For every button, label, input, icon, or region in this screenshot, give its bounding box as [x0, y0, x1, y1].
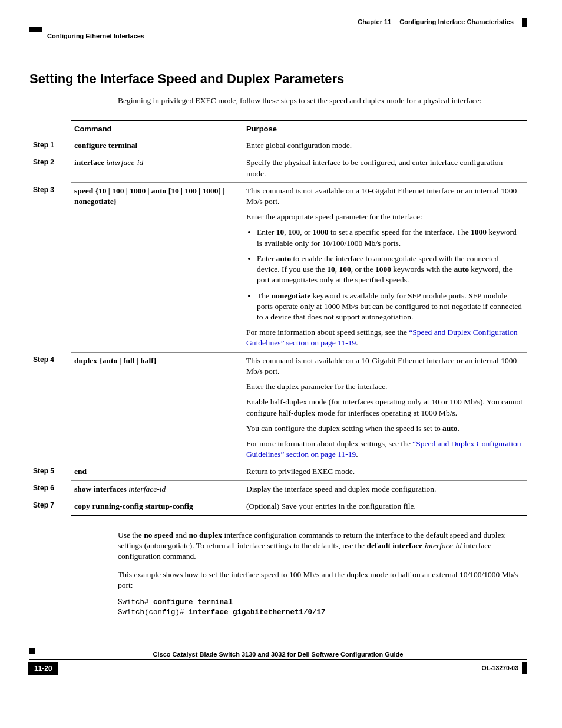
table-row: Step 1 configure terminal Enter global c…	[29, 137, 527, 154]
step-label: Step 4	[29, 352, 71, 463]
step-label: Step 5	[29, 463, 71, 480]
section-title: Setting the Interface Speed and Duplex P…	[29, 70, 527, 88]
table-row: Step 6 show interfaces interface-id Disp…	[29, 480, 527, 498]
list-item: Enter 10, 100, or 1000 to set a specific…	[257, 227, 523, 248]
purpose-text: For more information about duplex settin…	[246, 439, 523, 460]
table-row: Step 5 end Return to privileged EXEC mod…	[29, 463, 527, 480]
table-row: Step 3 speed {10 | 100 | 1000 | auto [10…	[29, 182, 527, 352]
table-row: Step 4 duplex {auto | full | half} This …	[29, 352, 527, 463]
cmd: interface	[74, 158, 104, 167]
purpose: Enter global configuration mode.	[243, 137, 527, 154]
purpose-text: Enter the appropriate speed parameter fo…	[246, 212, 523, 222]
table-row: Step 2 interface interface-id Specify th…	[29, 154, 527, 182]
purpose: Display the interface speed and duplex m…	[243, 480, 527, 498]
purpose: Specify the physical interface to be con…	[243, 154, 527, 182]
command-table: Command Purpose Step 1 configure termina…	[29, 120, 527, 516]
chapter-label: Chapter 11	[358, 18, 391, 27]
step-label: Step 6	[29, 480, 71, 498]
example-intro: This example shows how to set the interf…	[118, 569, 527, 591]
running-subheader: Configuring Ethernet Interfaces	[29, 29, 527, 41]
cmd: configure terminal	[74, 141, 137, 150]
cmd: copy running-config startup-config	[74, 502, 193, 510]
cmd-arg: interface-id	[106, 158, 143, 167]
intro-paragraph: Beginning in privileged EXEC mode, follo…	[118, 95, 527, 106]
page-number: 11-20	[28, 662, 58, 675]
doc-number: OL-13270-03	[482, 662, 527, 674]
purpose: (Optional) Save your entries in the conf…	[243, 498, 527, 515]
purpose: Return to privileged EXEC mode.	[243, 463, 527, 480]
bullet-list: Enter 10, 100, or 1000 to set a specific…	[257, 227, 523, 322]
cmd: show interfaces	[74, 485, 127, 493]
step-label: Step 2	[29, 154, 71, 182]
cmd: duplex {auto | full | half}	[74, 356, 157, 365]
cmd-arg: interface-id	[128, 485, 166, 493]
purpose-text: Enter the duplex parameter for the inter…	[246, 381, 523, 392]
body-after: Use the no speed and no duplex interface…	[118, 530, 527, 591]
cmd: end	[74, 467, 87, 476]
col-purpose: Purpose	[243, 120, 527, 137]
running-header: Chapter 11 Configuring Interface Charact…	[29, 18, 527, 27]
footer-guide: Cisco Catalyst Blade Switch 3130 and 303…	[150, 651, 407, 658]
list-item: Enter auto to enable the interface to au…	[257, 253, 523, 286]
chapter-title: Configuring Interface Characteristics	[399, 18, 514, 27]
purpose-text: This command is not available on a 10-Gi…	[246, 355, 523, 377]
purpose-text: You can configure the duplex setting whe…	[246, 423, 523, 434]
purpose-text: Enable half-duplex mode (for interfaces …	[246, 397, 523, 418]
step-label: Step 3	[29, 182, 71, 352]
purpose-text: For more information about speed setting…	[246, 327, 523, 348]
cmd: speed {10 | 100 | 1000 | auto [10 | 100 …	[74, 186, 224, 206]
step-label: Step 1	[29, 137, 71, 154]
code-block: Switch# configure terminal Switch(config…	[118, 598, 527, 618]
col-step	[29, 120, 71, 137]
list-item: The nonegotiate keyword is available onl…	[257, 291, 523, 323]
step-label: Step 7	[29, 498, 71, 515]
col-command: Command	[71, 120, 243, 137]
purpose-text: This command is not available on a 10-Gi…	[246, 186, 523, 207]
table-row: Step 7 copy running-config startup-confi…	[29, 498, 527, 515]
page-footer: Cisco Catalyst Blade Switch 3130 and 303…	[29, 659, 527, 675]
